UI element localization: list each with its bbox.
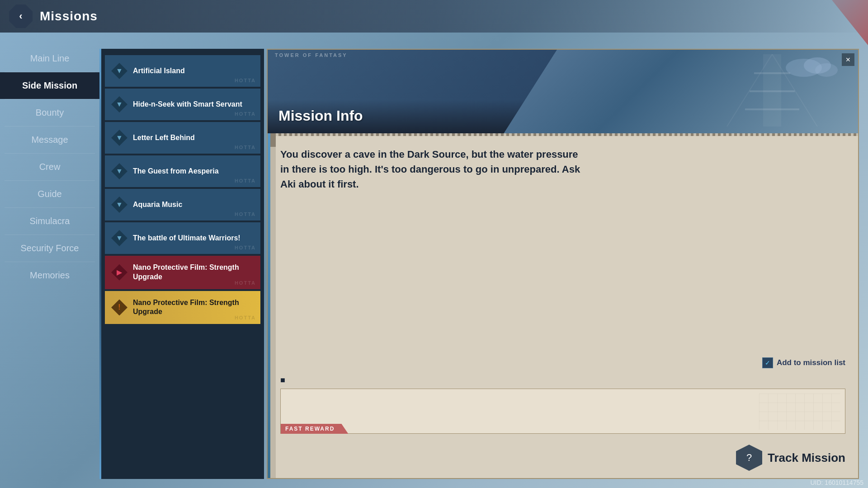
list-item[interactable]: ▼ Artificial Island HOTTA	[105, 55, 260, 87]
mission-collapse-icon: ▼	[111, 96, 127, 113]
svg-point-8	[815, 63, 838, 77]
watermark: HOTTA	[235, 78, 256, 83]
svg-rect-3	[745, 108, 799, 110]
track-icon: ?	[736, 445, 762, 471]
svg-rect-2	[750, 90, 795, 92]
sidebar-item-bounty[interactable]: Bounty	[0, 99, 99, 126]
scroll-bar[interactable]	[270, 133, 276, 478]
list-item[interactable]: ▼ Hide-n-Seek with Smart Servant HOTTA	[105, 89, 260, 120]
checkbox-icon: ✓	[762, 357, 773, 368]
watermark: HOTTA	[235, 178, 256, 183]
track-mission-label: Track Mission	[768, 451, 845, 465]
sidebar-item-side-mission[interactable]: Side Mission	[0, 72, 99, 99]
watermark: HOTTA	[235, 315, 256, 320]
add-mission-row: ✓ Add to mission list	[268, 354, 858, 372]
mission-exclaim-icon: !	[111, 299, 127, 315]
mission-item-text: Aquaria Music	[133, 200, 254, 210]
add-to-mission-list-button[interactable]: ✓ Add to mission list	[762, 357, 845, 368]
sidebar-item-guide[interactable]: Guide	[0, 181, 99, 207]
track-mission-button[interactable]: ? Track Mission	[736, 445, 845, 471]
mission-bullet: ■	[268, 372, 858, 387]
watermark: HOTTA	[235, 145, 256, 150]
list-item[interactable]: ▶ Nano Protective Film: Strength Upgrade…	[105, 256, 260, 289]
mission-info-header: TOWER OF FANTASY Mission Info ✕	[268, 50, 858, 133]
mission-item-title: Nano Protective Film: Strength Upgrade	[133, 263, 254, 282]
watermark: HOTTA	[235, 245, 256, 250]
mission-collapse-icon: ▼	[111, 230, 127, 246]
list-item[interactable]: ▼ The Guest from Aesperia HOTTA	[105, 155, 260, 187]
list-item[interactable]: ▼ Letter Left Behind HOTTA	[105, 122, 260, 154]
list-item[interactable]: ! Nano Protective Film: Strength Upgrade…	[105, 291, 260, 324]
mission-item-text: Artificial Island	[133, 66, 254, 76]
add-mission-label: Add to mission list	[777, 358, 845, 367]
mission-list-panel: ▼ Artificial Island HOTTA ▼ Hide-n-Seek …	[101, 49, 264, 479]
back-icon: ‹	[19, 10, 22, 22]
scroll-indicator	[270, 133, 276, 147]
mission-item-text: Nano Protective Film: Strength Upgrade	[133, 298, 254, 317]
mission-item-text: The Guest from Aesperia	[133, 167, 254, 176]
track-mission-row: ? Track Mission	[268, 439, 858, 478]
page-title: Missions	[40, 9, 98, 23]
sidebar-item-crew[interactable]: Crew	[0, 154, 99, 180]
panel-accent-line	[99, 49, 101, 479]
svg-rect-9	[759, 394, 840, 430]
list-item[interactable]: ▼ The battle of Ultimate Warriors! HOTTA	[105, 222, 260, 254]
watermark: HOTTA	[235, 111, 256, 117]
mission-item-title: Letter Left Behind	[133, 133, 254, 143]
mission-collapse-icon: ▼	[111, 63, 127, 79]
mission-item-title: Hide-n-Seek with Smart Servant	[133, 100, 254, 109]
sidebar-item-memories[interactable]: Memories	[0, 262, 99, 289]
sidebar-item-security-force[interactable]: Security Force	[0, 235, 99, 262]
mission-item-title: Artificial Island	[133, 66, 254, 76]
watermark: HOTTA	[235, 280, 256, 286]
mission-arrow-icon: ▶	[111, 264, 127, 281]
mission-item-text: Nano Protective Film: Strength Upgrade	[133, 263, 254, 282]
uid-display: UID: 16010114755	[810, 479, 863, 486]
mission-description: You discover a cave in the Dark Source, …	[280, 147, 588, 192]
top-bar: ‹ Missions	[0, 0, 868, 33]
mission-item-text: Letter Left Behind	[133, 133, 254, 143]
grid-decoration	[759, 394, 840, 430]
mission-item-title: The battle of Ultimate Warriors!	[133, 234, 254, 243]
fast-reward-badge[interactable]: FAST REWARD	[281, 424, 348, 434]
back-button[interactable]: ‹	[9, 5, 33, 28]
close-button[interactable]: ✕	[842, 53, 854, 66]
mission-subtitle: TOWER OF FANTASY	[268, 50, 858, 61]
mission-info-content: You discover a cave in the Dark Source, …	[268, 136, 858, 354]
mission-item-title: Nano Protective Film: Strength Upgrade	[133, 298, 254, 317]
mission-item-text: Hide-n-Seek with Smart Servant	[133, 100, 254, 109]
mission-collapse-icon: ▼	[111, 130, 127, 146]
list-item[interactable]: ▼ Aquaria Music HOTTA	[105, 189, 260, 221]
sidebar-item-message[interactable]: Message	[0, 127, 99, 153]
reward-area: FAST REWARD	[280, 389, 845, 434]
watermark: HOTTA	[235, 211, 256, 217]
mission-collapse-icon: ▼	[111, 163, 127, 179]
mission-item-title: The Guest from Aesperia	[133, 167, 254, 176]
sidebar-item-main-line[interactable]: Main Line	[0, 45, 99, 72]
mission-info-panel: TOWER OF FANTASY Mission Info ✕ You disc…	[267, 49, 859, 479]
mission-info-title: Mission Info	[278, 108, 363, 124]
mission-item-text: The battle of Ultimate Warriors!	[133, 234, 254, 243]
tower-structure-decoration	[704, 54, 840, 127]
mission-item-title: Aquaria Music	[133, 200, 254, 210]
mission-collapse-icon: ▼	[111, 197, 127, 213]
sidebar-item-simulacra[interactable]: Simulacra	[0, 208, 99, 235]
left-navigation: Main Line Side Mission Bounty Message Cr…	[0, 45, 99, 289]
